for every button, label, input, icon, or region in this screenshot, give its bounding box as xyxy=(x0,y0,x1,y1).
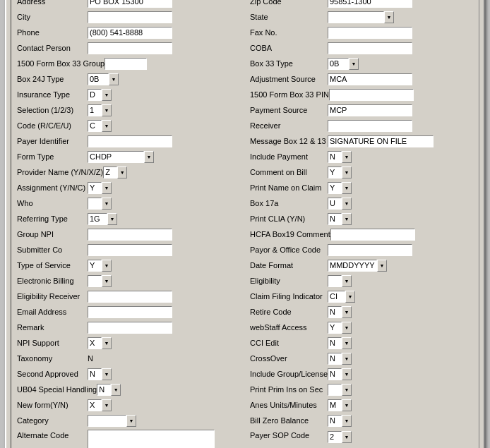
payer-sop-combo[interactable]: ▼ xyxy=(328,431,352,443)
assignment-dropdown-btn[interactable]: ▼ xyxy=(102,182,112,194)
second-approved-input[interactable] xyxy=(88,368,102,380)
provider-name-combo[interactable]: ▼ xyxy=(103,167,127,178)
include-group-combo[interactable]: ▼ xyxy=(328,368,352,380)
selection-combo[interactable]: ▼ xyxy=(88,104,112,116)
print-name-input[interactable] xyxy=(328,182,342,194)
box33type-combo[interactable]: ▼ xyxy=(328,58,359,70)
new-form-dropdown-btn[interactable]: ▼ xyxy=(102,399,112,411)
ins-type-combo[interactable]: ▼ xyxy=(88,89,112,101)
date-format-dropdown-btn[interactable]: ▼ xyxy=(377,260,387,272)
box24j-input[interactable] xyxy=(88,73,109,85)
retire-code-combo[interactable]: ▼ xyxy=(328,306,352,318)
include-group-dropdown-btn[interactable]: ▼ xyxy=(342,368,352,380)
category-input[interactable] xyxy=(88,415,126,427)
anes-units-dropdown-btn[interactable]: ▼ xyxy=(342,399,352,411)
electronic-billing-combo[interactable]: ▼ xyxy=(88,275,112,287)
state-input[interactable] xyxy=(328,11,384,23)
form-type-input[interactable] xyxy=(88,151,144,163)
bill-zero-input[interactable] xyxy=(328,415,342,427)
payor-office-input[interactable] xyxy=(328,244,412,256)
box33type-input[interactable] xyxy=(328,58,349,70)
crossover-combo[interactable]: ▼ xyxy=(328,353,352,365)
eligibility-input[interactable] xyxy=(328,275,342,287)
claim-filing-input[interactable] xyxy=(328,291,345,303)
include-payment-combo[interactable]: ▼ xyxy=(328,151,352,163)
print-clia-combo[interactable]: ▼ xyxy=(328,213,352,225)
provider-name-input[interactable] xyxy=(103,167,117,178)
ub04-input[interactable] xyxy=(97,384,111,396)
submitter-co-input[interactable] xyxy=(88,244,172,256)
npi-support-combo[interactable]: ▼ xyxy=(88,337,112,349)
form-type-dropdown-btn[interactable]: ▼ xyxy=(144,151,154,163)
assignment-input[interactable] xyxy=(88,182,102,194)
ins-type-input[interactable] xyxy=(88,89,102,101)
type-of-service-combo[interactable]: ▼ xyxy=(88,260,112,272)
selection-input[interactable] xyxy=(88,104,102,116)
cci-edit-dropdown-btn[interactable]: ▼ xyxy=(342,337,352,349)
fax-input[interactable] xyxy=(328,27,412,39)
claim-filing-combo[interactable]: ▼ xyxy=(328,291,355,303)
npi-support-dropdown-btn[interactable]: ▼ xyxy=(102,337,112,349)
box33type-dropdown-btn[interactable]: ▼ xyxy=(349,58,359,70)
box33group-input[interactable] xyxy=(104,58,147,70)
box33pin-input[interactable] xyxy=(329,89,414,101)
webstaff-combo[interactable]: ▼ xyxy=(328,322,352,334)
box24j-combo[interactable]: ▼ xyxy=(88,73,119,85)
cci-edit-input[interactable] xyxy=(328,337,342,349)
ub04-combo[interactable]: ▼ xyxy=(97,384,121,396)
payer-sop-dropdown-btn[interactable]: ▼ xyxy=(342,431,352,443)
group-npi-input[interactable] xyxy=(88,229,172,241)
retire-code-dropdown-btn[interactable]: ▼ xyxy=(342,306,352,318)
box17a-dropdown-btn[interactable]: ▼ xyxy=(342,198,352,210)
include-payment-dropdown-btn[interactable]: ▼ xyxy=(342,151,352,163)
city-input[interactable] xyxy=(88,11,172,23)
print-clia-dropdown-btn[interactable]: ▼ xyxy=(342,213,352,225)
payer-sop-input[interactable] xyxy=(328,431,342,443)
assignment-combo[interactable]: ▼ xyxy=(88,182,112,194)
who-input[interactable] xyxy=(88,198,102,210)
eligibility-receiver-input[interactable] xyxy=(88,291,172,303)
comment-on-bill-input[interactable] xyxy=(328,167,342,178)
type-of-service-input[interactable] xyxy=(88,260,102,272)
print-prim-combo[interactable]: ▼ xyxy=(328,384,352,396)
message-box-input[interactable] xyxy=(328,135,434,147)
second-approved-combo[interactable]: ▼ xyxy=(88,368,112,380)
new-form-combo[interactable]: ▼ xyxy=(88,399,112,411)
type-of-service-dropdown-btn[interactable]: ▼ xyxy=(102,260,112,272)
claim-filing-dropdown-btn[interactable]: ▼ xyxy=(345,291,355,303)
print-name-dropdown-btn[interactable]: ▼ xyxy=(342,182,352,194)
category-dropdown-btn[interactable]: ▼ xyxy=(126,415,136,427)
include-payment-input[interactable] xyxy=(328,151,342,163)
comment-on-bill-dropdown-btn[interactable]: ▼ xyxy=(342,167,352,178)
new-form-input[interactable] xyxy=(88,399,102,411)
second-approved-dropdown-btn[interactable]: ▼ xyxy=(102,368,112,380)
payment-source-input[interactable] xyxy=(328,104,412,116)
referring-type-input[interactable] xyxy=(88,213,107,225)
adj-source-input[interactable] xyxy=(328,73,412,85)
electronic-billing-input[interactable] xyxy=(88,275,102,287)
referring-type-combo[interactable]: ▼ xyxy=(88,213,117,225)
print-prim-input[interactable] xyxy=(328,384,342,396)
payer-id-input[interactable] xyxy=(88,135,172,147)
date-format-combo[interactable]: ▼ xyxy=(328,260,387,272)
crossover-dropdown-btn[interactable]: ▼ xyxy=(342,353,352,365)
box17a-input[interactable] xyxy=(328,198,342,210)
box24j-dropdown-btn[interactable]: ▼ xyxy=(109,73,119,85)
webstaff-input[interactable] xyxy=(328,322,342,334)
retire-code-input[interactable] xyxy=(328,306,342,318)
crossover-input[interactable] xyxy=(328,353,342,365)
anes-units-combo[interactable]: ▼ xyxy=(328,399,352,411)
box17a-combo[interactable]: ▼ xyxy=(328,198,352,210)
eligibility-combo[interactable]: ▼ xyxy=(328,275,352,287)
alt-code-textarea[interactable] xyxy=(88,430,215,449)
bill-zero-dropdown-btn[interactable]: ▼ xyxy=(342,415,352,427)
who-combo[interactable]: ▼ xyxy=(88,198,112,210)
zip-input[interactable] xyxy=(328,0,412,8)
include-group-input[interactable] xyxy=(328,368,342,380)
npi-support-input[interactable] xyxy=(88,337,102,349)
date-format-input[interactable] xyxy=(328,260,377,272)
category-combo[interactable]: ▼ xyxy=(88,415,136,427)
hcfa-box19-input[interactable] xyxy=(330,229,415,241)
code-combo[interactable]: ▼ xyxy=(88,120,112,132)
selection-dropdown-btn[interactable]: ▼ xyxy=(102,104,112,116)
